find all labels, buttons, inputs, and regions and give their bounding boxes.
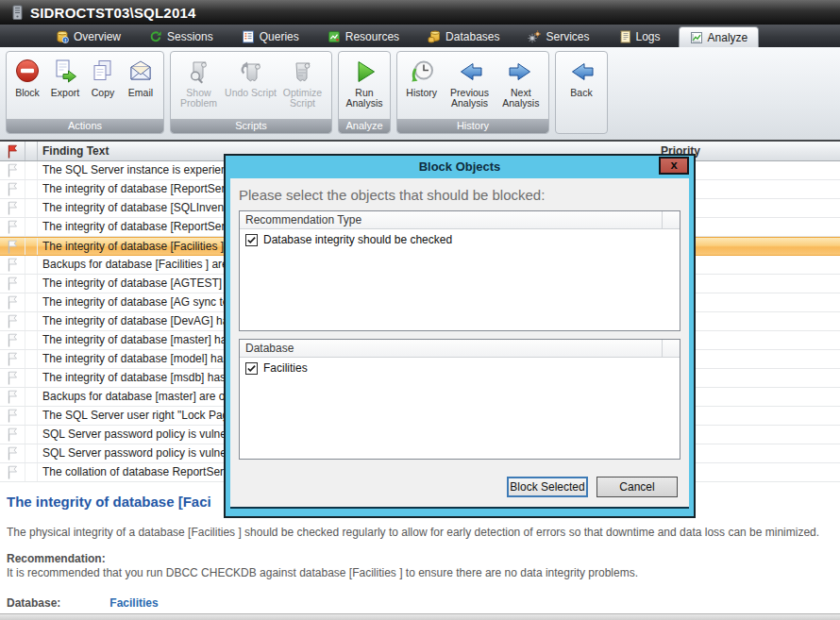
back-icon — [567, 57, 596, 87]
row-flag-icon[interactable] — [0, 312, 25, 330]
tab-label: Databases — [445, 30, 499, 43]
window-footer — [0, 613, 840, 620]
row-flag-icon[interactable] — [0, 199, 25, 217]
row-spacer — [25, 407, 38, 425]
tab-analyze[interactable]: Analyze — [679, 26, 760, 47]
button-label: Copy — [92, 88, 115, 98]
history-button[interactable]: History — [399, 55, 444, 98]
row-flag-icon[interactable] — [0, 218, 25, 236]
row-flag-icon[interactable] — [0, 426, 25, 444]
row-spacer — [25, 161, 38, 179]
tab-queries[interactable]: Queries — [231, 26, 310, 47]
optimize-script-button[interactable]: Optimize Script — [277, 55, 328, 109]
ribbon-group-scripts: Show Problem Undo Script Optimize Script… — [170, 51, 332, 134]
window-title: SIDROCTST03\SQL2014 — [30, 5, 196, 21]
group-caption: Actions — [7, 119, 163, 133]
dialog-title: Block Objects — [226, 156, 694, 178]
row-spacer — [25, 238, 38, 255]
checkbox-checked[interactable] — [245, 234, 258, 246]
logs-icon — [618, 30, 631, 43]
row-spacer — [25, 350, 38, 368]
row-flag-icon[interactable] — [0, 275, 25, 293]
row-flag-icon[interactable] — [0, 331, 25, 349]
row-flag-icon[interactable] — [0, 407, 25, 425]
recommendation-label: Recommendation: — [7, 552, 106, 565]
cancel-button[interactable]: Cancel — [596, 477, 678, 497]
show-problem-button[interactable]: Show Problem — [173, 55, 225, 109]
block-button[interactable]: Block — [8, 55, 46, 98]
previous-analysis-icon — [456, 57, 484, 87]
ribbon-group-back: Back — [555, 51, 608, 134]
back-button[interactable]: Back — [558, 55, 605, 98]
block-icon — [13, 57, 42, 87]
tab-label: Services — [546, 30, 589, 43]
ribbon: Block Export Copy Email Actions Show Pro… — [0, 47, 840, 142]
block-selected-button[interactable]: Block Selected — [507, 477, 588, 497]
recommendation-type-item-label: Database integrity should be checked — [263, 233, 452, 246]
close-icon[interactable]: x — [659, 157, 689, 175]
tab-resources[interactable]: Resources — [317, 26, 410, 47]
row-spacer — [25, 426, 38, 444]
next-analysis-button[interactable]: Next Analysis — [496, 55, 546, 109]
copy-button[interactable]: Copy — [84, 55, 122, 98]
row-flag-icon[interactable] — [0, 293, 25, 311]
tab-overview[interactable]: ! Overview — [45, 26, 131, 47]
tab-services[interactable]: Services — [517, 26, 599, 47]
button-label: Undo Script — [225, 88, 277, 98]
previous-analysis-button[interactable]: Previous Analysis — [444, 55, 495, 109]
optimize-script-icon — [289, 57, 317, 87]
group-caption: History — [397, 119, 548, 133]
row-flag-icon[interactable] — [0, 444, 25, 462]
row-spacer — [25, 256, 38, 274]
database-label: Database: — [7, 596, 60, 610]
services-icon — [528, 30, 541, 43]
undo-script-button[interactable]: Undo Script — [225, 55, 277, 98]
row-flag-icon[interactable] — [0, 350, 25, 368]
group-caption: Scripts — [171, 119, 331, 133]
row-spacer — [25, 218, 38, 236]
copy-icon — [89, 57, 117, 87]
button-label: Block — [15, 88, 40, 98]
button-label: Email — [128, 88, 153, 98]
block-objects-dialog: Block Objects x Please select the object… — [224, 154, 696, 518]
row-flag-icon[interactable] — [0, 256, 25, 274]
button-label: Run Analysis — [341, 88, 388, 109]
row-flag-icon[interactable] — [0, 238, 25, 255]
email-icon — [126, 57, 155, 87]
server-icon — [11, 5, 24, 21]
tab-databases[interactable]: Databases — [417, 26, 510, 47]
red-flag-icon — [6, 143, 19, 159]
row-spacer — [25, 444, 38, 462]
row-spacer — [25, 275, 38, 293]
row-flag-icon[interactable] — [0, 180, 25, 198]
database-link[interactable]: Facilities — [109, 596, 158, 610]
tab-sessions[interactable]: Sessions — [139, 26, 224, 47]
button-label: Next Analysis — [496, 88, 546, 109]
row-spacer — [25, 369, 38, 387]
checkbox-checked[interactable] — [245, 362, 258, 375]
recommendation-type-header[interactable]: Recommendation Type — [240, 211, 680, 229]
databases-icon — [428, 30, 441, 43]
recommendation-type-item[interactable]: Database integrity should be checked — [240, 229, 680, 250]
tab-label: Analyze — [708, 31, 748, 44]
database-item[interactable]: Facilities — [240, 358, 680, 378]
sessions-icon — [149, 30, 162, 43]
email-button[interactable]: Email — [122, 55, 160, 98]
run-analysis-icon — [350, 57, 378, 87]
svg-text:!: ! — [64, 38, 66, 43]
row-flag-icon[interactable] — [0, 463, 25, 481]
row-flag-icon[interactable] — [0, 161, 25, 179]
row-flag-icon[interactable] — [0, 369, 25, 387]
run-analysis-button[interactable]: Run Analysis — [341, 55, 388, 109]
overview-icon: ! — [56, 30, 69, 43]
flag-column-header[interactable] — [0, 142, 25, 160]
row-flag-icon[interactable] — [0, 388, 25, 406]
row-spacer — [25, 463, 38, 481]
button-label: Back — [570, 88, 592, 98]
button-label: History — [406, 88, 437, 98]
tab-logs[interactable]: Logs — [608, 26, 671, 47]
button-label: Export — [51, 88, 79, 98]
export-button[interactable]: Export — [46, 55, 84, 98]
row-spacer — [25, 180, 38, 198]
database-list-header[interactable]: Database — [240, 340, 680, 358]
